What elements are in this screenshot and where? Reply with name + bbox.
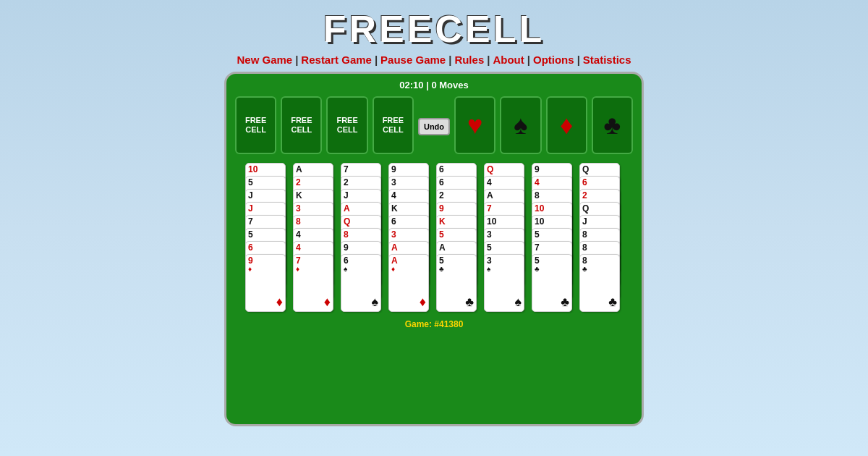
undo-button[interactable]: Undo	[418, 118, 450, 135]
card-rank: A	[296, 165, 331, 174]
status-bar: 02:10 | 0 Moves	[399, 80, 468, 90]
card-suit-small: ♣	[582, 265, 617, 273]
card-rank: 10	[535, 217, 569, 226]
nav-separator: |	[446, 54, 454, 66]
card-3♠[interactable]: 3♠♠	[484, 254, 524, 312]
card-5♣[interactable]: 5♣♣	[436, 254, 477, 312]
nav-item-rules[interactable]: Rules	[454, 54, 484, 66]
column-1: 10♦♦5♣♣J♠♠J♥♥7♠♠5♠♠6♦♦9♦♦	[245, 163, 289, 312]
card-9♦[interactable]: 9♦♦	[245, 254, 286, 312]
card-rank: 10	[487, 217, 522, 226]
columns-row: 10♦♦5♣♣J♠♠J♥♥7♠♠5♠♠6♦♦9♦♦A♠♠2♥♥K♠♠3♦♦8♦♦…	[235, 163, 633, 312]
card-suit-large: ♠	[514, 295, 522, 310]
card-rank: K	[391, 204, 426, 213]
card-rank: Q	[582, 165, 617, 174]
card-rank: 10	[248, 165, 283, 174]
card-rank: 7	[487, 204, 522, 213]
card-rank: K	[439, 217, 474, 226]
card-rank: 4	[391, 191, 426, 200]
card-rank: 5	[248, 178, 283, 187]
card-rank: 3	[296, 204, 331, 213]
card-suit-large: ♦	[276, 295, 283, 310]
card-rank: 4	[296, 230, 331, 239]
card-rank: 9	[391, 165, 426, 174]
card-suit-large: ♣	[465, 295, 474, 310]
foundation-♠[interactable]: ♠	[500, 96, 541, 154]
card-rank: J	[248, 204, 283, 213]
card-rank: 9	[344, 243, 378, 252]
card-rank: 4	[296, 243, 331, 252]
nav-separator: |	[524, 54, 533, 66]
card-rank: J	[248, 191, 283, 200]
card-rank: 8	[296, 217, 331, 226]
card-rank: 8	[535, 191, 569, 200]
card-suit-large: ♣	[608, 295, 617, 310]
card-suit-large: ♣	[561, 295, 569, 310]
foundation-suit-2: ♦	[560, 110, 573, 140]
card-rank: 4	[487, 178, 522, 187]
foundation-♦[interactable]: ♦	[546, 96, 587, 154]
column-3: 7♠♠2♠♠J♠♠A♦♦Q♥♥8♥♥9♠♠6♠♠	[341, 163, 384, 312]
foundation-♣[interactable]: ♣	[592, 96, 633, 154]
column-4: 9♣♣3♠♠4♣♣K♣♣6♠♠3♥♥A♥♥A♦♦	[388, 163, 432, 312]
card-rank: 3	[487, 230, 522, 239]
foundation-suit-3: ♣	[604, 110, 621, 140]
card-rank: A	[391, 256, 426, 265]
foundation-♥[interactable]: ♥	[454, 96, 495, 154]
card-rank: 9	[439, 204, 474, 213]
card-rank: 7	[248, 217, 283, 226]
moves-count: 0 Moves	[431, 80, 468, 90]
card-rank: 7	[344, 165, 378, 174]
undo-area: Undo	[418, 115, 450, 135]
nav-item-restart-game[interactable]: Restart Game	[301, 54, 372, 66]
column-8: Q♣♣6♥♥2♦♦Q♣♣J♣♣8♠♠8♣♣8♣♣	[579, 163, 623, 312]
card-rank: 6	[391, 217, 426, 226]
card-suit-small: ♣	[439, 265, 474, 273]
column-2: A♠♠2♥♥K♠♠3♦♦8♦♦4♠♠4♦♦7♦♦	[293, 163, 336, 312]
card-rank: 9	[248, 256, 283, 265]
card-suit-small: ♠	[487, 265, 522, 273]
free-cell-1[interactable]: FREE CELL	[235, 96, 276, 154]
foundation-suit-1: ♠	[514, 110, 527, 140]
nav-item-new-game[interactable]: New Game	[237, 54, 292, 66]
card-rank: 2	[296, 178, 331, 187]
card-rank: 3	[391, 230, 426, 239]
card-A♦[interactable]: A♦♦	[388, 254, 429, 312]
foundation-suit-0: ♥	[467, 110, 482, 140]
free-cell-2[interactable]: FREE CELL	[281, 96, 322, 154]
nav-item-statistics[interactable]: Statistics	[583, 54, 631, 66]
card-rank: 8	[582, 256, 617, 265]
card-rank: Q	[582, 204, 617, 213]
nav-item-options[interactable]: Options	[533, 54, 574, 66]
nav-item-pause-game[interactable]: Pause Game	[380, 54, 446, 66]
title: FREECELL	[323, 7, 545, 51]
card-rank: 6	[439, 178, 474, 187]
card-5♣[interactable]: 5♣♣	[532, 254, 572, 312]
card-rank: 8	[344, 230, 378, 239]
card-suit-large: ♠	[371, 295, 378, 310]
card-rank: 8	[582, 243, 617, 252]
card-rank: 5	[487, 243, 522, 252]
card-rank: 6	[344, 256, 378, 265]
nav-item-about[interactable]: About	[493, 54, 524, 66]
card-7♦[interactable]: 7♦♦	[293, 254, 333, 312]
game-number: Game: #41380	[405, 319, 464, 329]
free-cell-3[interactable]: FREE CELL	[326, 96, 367, 154]
card-rank: 6	[248, 243, 283, 252]
card-rank: 5	[439, 230, 474, 239]
card-rank: 6	[439, 165, 474, 174]
free-cell-4[interactable]: FREE CELL	[373, 96, 414, 154]
card-suit-small: ♦	[296, 265, 331, 273]
card-rank: 5	[535, 230, 569, 239]
game-container: 02:10 | 0 Moves FREE CELLFREE CELLFREE C…	[224, 72, 644, 426]
nav-separator: |	[372, 54, 380, 66]
card-suit-large: ♦	[420, 295, 426, 310]
card-rank: 7	[535, 243, 569, 252]
card-suit-small: ♣	[535, 265, 569, 273]
card-suit-small: ♦	[248, 265, 283, 273]
card-6♠[interactable]: 6♠♠	[341, 254, 381, 312]
card-rank: 5	[439, 256, 474, 265]
card-rank: J	[344, 191, 378, 200]
card-8♣[interactable]: 8♣♣	[579, 254, 620, 312]
column-5: 6♠♠6♣♣2♠♠9♦♦K♦♦5♥♥A♠♠5♣♣	[436, 163, 480, 312]
